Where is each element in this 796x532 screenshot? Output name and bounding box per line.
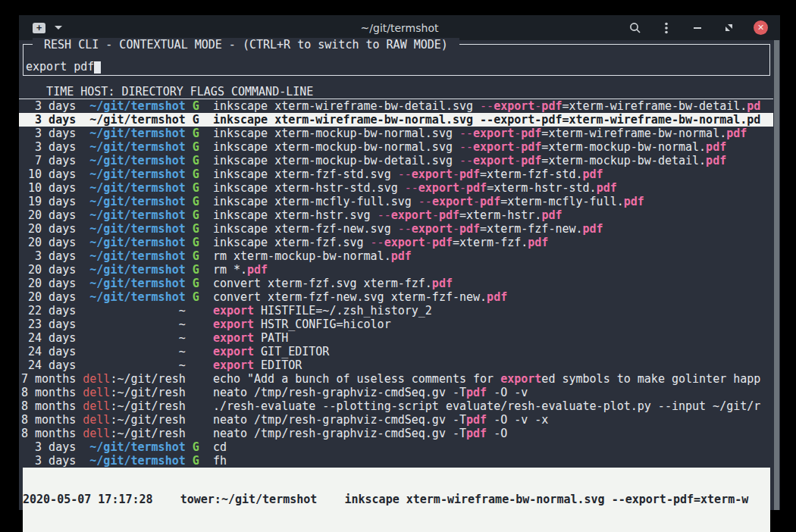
history-row[interactable]: 20 days ~/git/termshot G convert xterm-f…	[19, 277, 773, 290]
search-query-text: export pdf	[26, 60, 94, 74]
kebab-menu-icon	[665, 22, 668, 34]
history-row[interactable]: 20 days ~/git/termshot G rm *.pdf	[19, 263, 773, 277]
menu-button[interactable]	[660, 22, 672, 34]
history-row[interactable]: 3 days ~/git/termshot G inkscape xterm-w…	[19, 99, 773, 113]
titlebar: + ~/git/termshot	[19, 15, 780, 40]
table-header: TIME HOST: DIRECTORY FLAGS COMMAND-LINE	[19, 85, 773, 99]
history-rows: 3 days ~/git/termshot G inkscape xterm-w…	[19, 99, 773, 468]
history-row[interactable]: 3 days ~/git/termshot G inkscape xterm-m…	[19, 127, 773, 140]
history-row[interactable]: 3 days ~/git/termshot G rm xterm-mockup-…	[19, 249, 773, 263]
history-row[interactable]: 20 days ~/git/termshot G inkscape xterm-…	[19, 208, 773, 222]
history-row[interactable]: 3 days ~/git/termshot G inkscape xterm-m…	[19, 140, 773, 154]
minimize-icon	[694, 27, 701, 29]
search-panel: RESH CLI - CONTEXTUAL MODE - (CTRL+R to …	[23, 44, 770, 76]
history-row[interactable]: 8 months dell:~/git/resh neato /tmp/resh…	[19, 413, 773, 427]
history-row[interactable]: 24 days ~ export EDITOR	[19, 358, 773, 372]
restore-button[interactable]	[722, 22, 735, 34]
scrollbar[interactable]	[774, 40, 779, 510]
search-icon	[629, 22, 641, 34]
restore-icon	[725, 23, 733, 32]
history-row[interactable]: 8 months dell:~/git/resh ./resh-evaluate…	[19, 399, 773, 413]
history-row[interactable]: 7 months dell:~/git/resh echo "Add a bun…	[19, 372, 773, 386]
terminal-content: RESH CLI - CONTEXTUAL MODE - (CTRL+R to …	[19, 44, 780, 514]
history-row[interactable]: 8 months dell:~/git/resh neato /tmp/resh…	[19, 427, 773, 440]
history-row[interactable]: 8 months dell:~/git/resh neato /tmp/resh…	[19, 386, 773, 399]
search-panel-title: RESH CLI - CONTEXTUAL MODE - (CTRL+R to …	[33, 38, 459, 52]
search-button[interactable]	[629, 22, 641, 34]
text-cursor	[94, 61, 101, 74]
history-row[interactable]: 23 days ~ export HSTR_CONFIG=hicolor	[19, 318, 773, 331]
history-row[interactable]: 20 days ~/git/termshot G inkscape xterm-…	[19, 222, 773, 236]
history-row[interactable]: 10 days ~/git/termshot G inkscape xterm-…	[19, 167, 773, 181]
history-row[interactable]: 3 days ~/git/termshot G fh	[19, 454, 773, 468]
status-line-1: 2020-05-07 17:17:28 tower:~/git/termshot…	[23, 493, 770, 506]
history-row[interactable]: 20 days ~/git/termshot G convert xterm-f…	[19, 290, 773, 304]
titlebar-right-group: ✕	[629, 20, 768, 35]
history-row[interactable]: 3 days ~/git/termshot G cd	[19, 440, 773, 454]
close-icon: ✕	[757, 23, 764, 32]
history-row-selected[interactable]: 3 days ~/git/termshot G inkscape xterm-w…	[19, 113, 773, 127]
history-row[interactable]: 19 days ~/git/termshot G inkscape xterm-…	[19, 195, 773, 208]
minimize-button[interactable]	[691, 22, 704, 34]
status-bar: 2020-05-07 17:17:28 tower:~/git/termshot…	[23, 468, 770, 532]
close-button[interactable]: ✕	[754, 20, 768, 35]
history-row[interactable]: 24 days ~ export PATH	[19, 331, 773, 345]
history-row[interactable]: 7 days ~/git/termshot G inkscape xterm-m…	[19, 154, 773, 167]
history-row[interactable]: 22 days ~ export HISTFILE=~/.zsh_history…	[19, 304, 773, 318]
history-row[interactable]: 24 days ~ export GIT_EDITOR	[19, 345, 773, 358]
terminal-window: + ~/git/termshot	[19, 15, 780, 510]
search-input[interactable]: export pdf	[26, 60, 101, 74]
history-row[interactable]: 10 days ~/git/termshot G inkscape xterm-…	[19, 181, 773, 195]
history-row[interactable]: 20 days ~/git/termshot G inkscape xterm-…	[19, 236, 773, 249]
